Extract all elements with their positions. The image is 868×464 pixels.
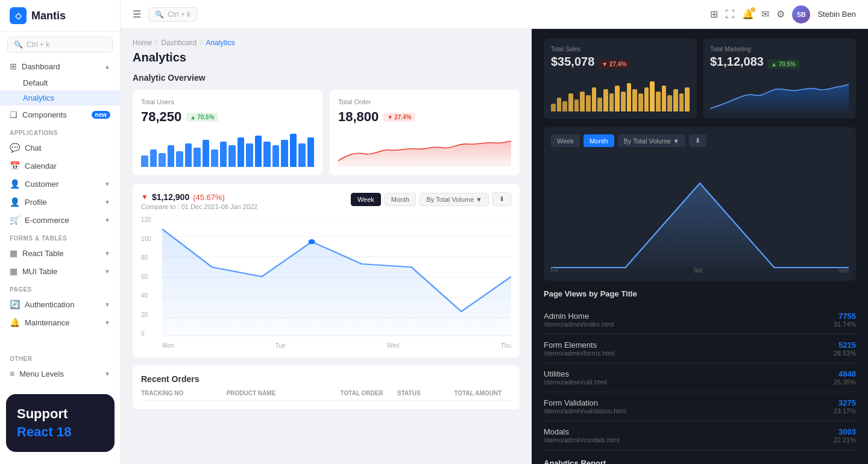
- pv-count-2: 5215: [834, 340, 856, 350]
- dark-stat-card-sales: Total Sales $35,078 ▼ 27.4%: [544, 39, 697, 119]
- download-button[interactable]: ⬇: [492, 192, 511, 206]
- week-button[interactable]: Week: [351, 193, 381, 206]
- income-pct: (45.67%): [193, 193, 225, 202]
- dashboard-icon: ⊞: [10, 61, 17, 71]
- pv-pct-2: 28.53%: [834, 350, 856, 357]
- table-header-row: TRACKING NO PRODUCT NAME TOTAL ORDER STA…: [141, 390, 511, 401]
- page-view-row-4: Form Validation /demo/admin/validation.h…: [544, 392, 856, 421]
- stat-orders-value-row: 18,800 ▼ 27.4%: [338, 109, 511, 125]
- dark-sales-badge-row: $35,078 ▼ 27.4%: [551, 55, 690, 74]
- avatar[interactable]: SB: [792, 5, 810, 24]
- support-popup[interactable]: Support React 18: [6, 394, 115, 452]
- sidebar-item-mui-table[interactable]: ▦ MUI Table ▼: [0, 262, 120, 280]
- chevron-up-icon: ▲: [104, 63, 110, 70]
- sidebar-search[interactable]: 🔍 Ctrl + k: [7, 37, 113, 52]
- sidebar-chat-label: Chat: [25, 143, 41, 152]
- settings-icon[interactable]: ⚙: [776, 8, 785, 20]
- pv-url-2: /demo/admin/forms.html: [544, 350, 615, 357]
- sidebar-item-components[interactable]: ❑ Components new: [0, 105, 120, 124]
- pv-pct-5: 22.21%: [834, 436, 856, 444]
- topbar-left: ☰ 🔍 Ctrl + k: [133, 7, 197, 22]
- col-tracking: TRACKING NO: [141, 390, 227, 397]
- pv-pct-1: 31.74%: [834, 321, 856, 328]
- page-view-row-3: Utilities /demo/admin/util.html 4848 25.…: [544, 363, 856, 392]
- arrow-down-icon: ▼: [387, 114, 393, 121]
- pv-title-4: Form Validation: [544, 398, 626, 407]
- sidebar-item-ecommerce[interactable]: 🛒 E-commerce ▼: [0, 211, 120, 229]
- dark-controls: Week Month By Total Volume ▼ ⬇: [551, 134, 706, 147]
- mui-table-chevron-icon: ▼: [104, 268, 110, 275]
- table-icon: ▦: [10, 248, 17, 258]
- breadcrumb-home[interactable]: Home: [133, 39, 152, 47]
- ecommerce-icon: 🛒: [10, 215, 20, 225]
- profile-icon: 👤: [10, 197, 20, 207]
- topbar-search[interactable]: 🔍 Ctrl + k: [148, 7, 197, 22]
- breadcrumb-dashboard[interactable]: Dashboard: [161, 39, 197, 47]
- volume-button[interactable]: By Total Volume ▼: [420, 193, 489, 206]
- pv-pct-4: 23.17%: [834, 407, 856, 415]
- page-views-title: Page Views by Page Title: [544, 289, 856, 298]
- month-button[interactable]: Month: [385, 193, 417, 206]
- stat-users-value: 78,250: [141, 109, 181, 125]
- dark-week-button[interactable]: Week: [551, 134, 580, 147]
- pv-url-5: /demo/admin/modals.html: [544, 436, 620, 444]
- sidebar-react-table-label: React Table: [22, 249, 63, 258]
- dark-volume-button[interactable]: By Total Volume ▼: [618, 134, 686, 147]
- pv-count-1: 7755: [834, 312, 856, 321]
- pv-count-3: 4848: [834, 369, 856, 378]
- sidebar-item-calendar[interactable]: 📅 Calendar: [0, 157, 120, 175]
- pv-pct-3: 25.35%: [834, 378, 856, 386]
- sidebar-item-authentication[interactable]: 🔄 Authentication ▼: [0, 295, 120, 313]
- sidebar-item-analytics[interactable]: Analytics: [0, 90, 120, 105]
- sales-bar-chart: [551, 78, 690, 111]
- auth-chevron-icon: ▼: [104, 301, 110, 308]
- col-total-order: TOTAL ORDER: [341, 390, 397, 397]
- sidebar-item-maintenance[interactable]: 🔔 Maintenance ▼: [0, 313, 120, 331]
- dark-x-labels: FriSatSun: [551, 267, 849, 274]
- other-section-label: Other: [0, 350, 120, 365]
- logo-text: Mantis: [31, 10, 66, 22]
- dark-month-button[interactable]: Month: [583, 134, 614, 147]
- dark-download-button[interactable]: ⬇: [689, 134, 706, 147]
- col-total-amount: TOTAL AMOUNT: [454, 390, 511, 397]
- main-content: ☰ 🔍 Ctrl + k ⊞ ⛶ 🔔 ✉ ⚙ SB Stebin Ben Hom…: [121, 0, 868, 464]
- components-icon: ❑: [10, 110, 17, 119]
- search-placeholder-text: Ctrl + k: [27, 40, 49, 49]
- stat-orders-value: 18,800: [338, 109, 379, 125]
- fullscreen-icon[interactable]: ⛶: [725, 9, 735, 20]
- col-product: PRODUCT NAME: [227, 390, 341, 397]
- stat-card-orders: Total Order 18,800 ▼ 27.4%: [330, 90, 520, 175]
- mail-icon[interactable]: ✉: [761, 8, 769, 20]
- dark-sales-value: $35,078: [551, 55, 594, 69]
- support-subtitle: React 18: [17, 424, 104, 440]
- pv-title-5: Modals: [544, 427, 620, 436]
- sidebar-item-menu-levels[interactable]: ≡ Menu Levels ▼: [0, 365, 120, 383]
- orders-area-chart: [338, 131, 511, 167]
- menu-toggle-icon[interactable]: ☰: [133, 8, 141, 20]
- sidebar-item-customer[interactable]: 👤 Customer ▼: [0, 175, 120, 193]
- page-title: Analytics: [133, 51, 520, 64]
- sidebar-auth-label: Authentication: [25, 300, 74, 309]
- new-badge: new: [92, 111, 110, 119]
- chart-area: [162, 216, 511, 337]
- analytics-report-section: Analytics Report: [544, 459, 856, 464]
- sidebar-logo: ◇ Mantis: [0, 0, 120, 32]
- topbar-right: ⊞ ⛶ 🔔 ✉ ⚙ SB Stebin Ben: [710, 5, 856, 24]
- sidebar-item-default[interactable]: Default: [0, 75, 120, 90]
- arrow-up-icon: ▲: [190, 114, 196, 121]
- sidebar-item-react-table[interactable]: ▦ React Table ▼: [0, 244, 120, 262]
- sidebar-item-chat[interactable]: 💬 Chat: [0, 139, 120, 157]
- stat-users-label: Total Users: [141, 98, 314, 105]
- chevron-down-icon: ▼: [104, 181, 110, 187]
- sidebar-item-dashboard[interactable]: ⊞ Dashboard ▲: [0, 57, 120, 75]
- maintenance-icon: 🔔: [10, 318, 20, 327]
- notification-icon[interactable]: 🔔: [742, 8, 754, 20]
- users-bar-chart: [141, 131, 314, 167]
- income-line-chart: 120 100 80 60 40 20 0: [141, 216, 511, 349]
- chat-icon: 💬: [10, 143, 20, 152]
- topbar-search-text: Ctrl + k: [168, 10, 190, 19]
- page-view-row-5: Modals /demo/admin/modals.html 3003 22.2…: [544, 421, 856, 450]
- sidebar-item-profile[interactable]: 👤 Profile ▼: [0, 193, 120, 211]
- recent-orders-title: Recent Orders: [141, 374, 199, 384]
- apps-icon[interactable]: ⊞: [710, 8, 718, 20]
